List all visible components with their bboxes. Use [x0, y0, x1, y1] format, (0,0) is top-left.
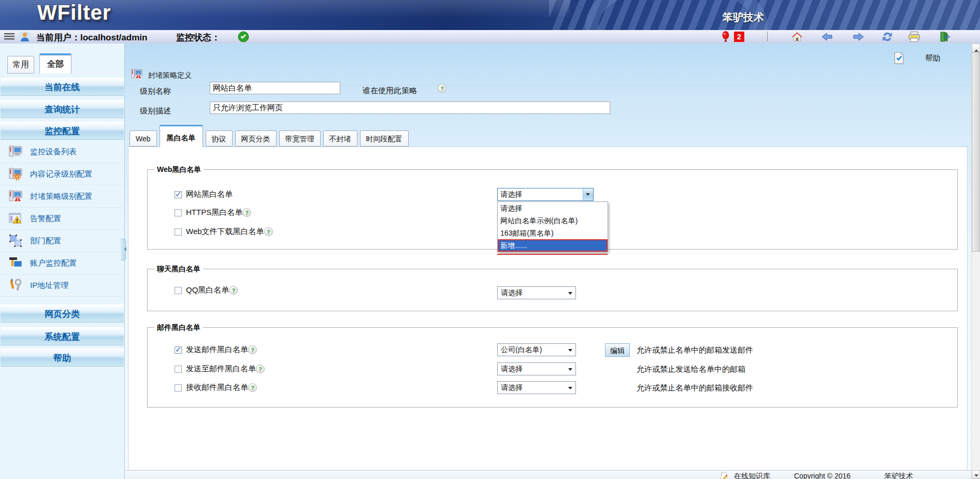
- sidebar-item-content-record-level[interactable]: 内容记录级别配置: [0, 163, 124, 185]
- copyright-text: Copyright © 2016: [794, 472, 851, 479]
- forward-arrow-icon[interactable]: [852, 31, 864, 43]
- red-pin-icon[interactable]: [719, 31, 732, 43]
- add-new-red-underline: [497, 254, 608, 255]
- sidebar-item-ip-address-manage[interactable]: IP地址管理: [0, 274, 124, 297]
- toolbar: 当前用户：localhost/admin 监控状态： 2: [0, 30, 980, 44]
- receive-mail-list-dropdown-value: 请选择: [501, 383, 523, 393]
- footer-brand-link[interactable]: 笨驴技术: [884, 472, 913, 479]
- receive-mail-help-icon[interactable]: ?: [248, 383, 257, 392]
- tab-protocol[interactable]: 协议: [206, 130, 233, 147]
- send-mail-list-dropdown[interactable]: 公司(白名单): [497, 343, 576, 356]
- level-desc-label: 级别描述: [140, 106, 171, 116]
- scrollbar-thumb[interactable]: [972, 52, 980, 252]
- qq-list-dropdown[interactable]: 请选择: [497, 286, 576, 299]
- alert-count-badge[interactable]: 2: [734, 32, 744, 42]
- who-uses-help-icon[interactable]: ?: [438, 84, 446, 93]
- knowledge-base-link[interactable]: 在线知识库: [734, 472, 770, 479]
- hammer-flag-icon: [8, 256, 23, 270]
- qq-blackwhite-checkbox[interactable]: [175, 287, 182, 294]
- dropdown-option[interactable]: 请选择: [498, 202, 608, 214]
- sidebar-group-query[interactable]: 查询统计: [1, 100, 124, 118]
- send-to-mail-help-icon[interactable]: ?: [256, 365, 265, 373]
- monitor-status-label: 监控状态：: [176, 32, 220, 43]
- edit-button[interactable]: 编辑: [605, 343, 630, 357]
- webfile-blackwhite-checkbox[interactable]: [175, 228, 182, 236]
- sidebar-item-label: 部门配置: [30, 236, 61, 246]
- sidebar-group-monitor[interactable]: 监控配置: [1, 122, 124, 140]
- wfilter-app: WFilter 笨驴技术 当前用户：localhost/admin 监控状态： …: [0, 0, 980, 479]
- sidebar-item-department-config[interactable]: 部门配置: [0, 230, 124, 252]
- tools-icon: [8, 278, 23, 293]
- page-check-icon[interactable]: [892, 51, 905, 65]
- sidebar-item-alarm-config[interactable]: 告警配置: [0, 208, 124, 230]
- website-list-dropdown-list: 请选择 网站白名单示例(白名单) 163邮箱(黑名单) 新增......: [497, 201, 608, 252]
- qq-blackwhite-row: QQ黑白名单 ?: [175, 285, 238, 295]
- scroll-up-arrow[interactable]: [972, 43, 980, 52]
- sidebar-item-label: 告警配置: [30, 214, 61, 224]
- send-to-mail-row: 发送至邮件黑白名单 ?: [175, 364, 265, 374]
- wfilter-logo: WFilter: [37, 1, 111, 24]
- send-to-mail-checkbox[interactable]: [175, 366, 182, 373]
- who-uses-policy-label: 谁在使用此策略: [363, 86, 417, 96]
- dropdown-option-add-new[interactable]: 新增......: [498, 239, 608, 252]
- dropdown-option[interactable]: 163邮箱(黑名单): [498, 227, 608, 239]
- website-blackwhite-row: 网站黑白名单: [175, 190, 233, 199]
- sidebar-item-block-policy-level[interactable]: 封堵策略级别配置: [0, 185, 124, 208]
- refresh-icon[interactable]: [881, 31, 893, 43]
- webfile-blackwhite-label: Web文件下载黑白名单: [186, 227, 264, 237]
- department-squares-icon: [8, 234, 23, 248]
- tab-blackwhite-list[interactable]: 黑白名单: [160, 125, 203, 147]
- back-arrow-icon[interactable]: [821, 31, 833, 43]
- sidebar-group-system-config[interactable]: 系统配置: [1, 327, 124, 345]
- vertical-scrollbar[interactable]: [971, 43, 980, 479]
- https-blackwhite-checkbox[interactable]: [175, 209, 182, 216]
- https-help-icon[interactable]: ?: [242, 208, 251, 217]
- tab-bandwidth[interactable]: 带宽管理: [279, 130, 321, 147]
- monitor-gear-icon: [8, 167, 23, 181]
- send-mail-label: 发送邮件黑白名单: [186, 345, 248, 355]
- send-mail-desc: 允许或禁止名单中的邮箱发送邮件: [637, 345, 753, 355]
- level-name-label: 级别名称: [140, 86, 171, 96]
- window-warning-icon: [8, 211, 23, 226]
- sidebar-tab-all[interactable]: 全部: [39, 53, 71, 74]
- help-link[interactable]: 帮助: [925, 53, 941, 63]
- hamburger-icon[interactable]: [4, 31, 16, 43]
- footer-bar: 在线知识库 Copyright © 2016 笨驴技术: [125, 470, 971, 479]
- sidebar-group-help[interactable]: 帮助: [1, 349, 124, 367]
- printer-icon[interactable]: [908, 31, 920, 43]
- scroll-down-arrow[interactable]: [972, 470, 980, 479]
- receive-mail-list-dropdown[interactable]: 请选择: [497, 381, 576, 394]
- tab-web[interactable]: Web: [129, 130, 157, 147]
- dropdown-arrow-button[interactable]: [583, 188, 593, 200]
- send-to-mail-list-dropdown[interactable]: 请选择: [497, 362, 576, 375]
- sidebar-group-online[interactable]: 当前在线: [1, 78, 124, 96]
- mail-blackwhite-legend: 邮件黑白名单: [154, 323, 203, 332]
- receive-mail-desc: 允许或禁止名单中的邮箱接收邮件: [637, 383, 753, 393]
- exit-icon[interactable]: [939, 31, 951, 43]
- receive-mail-checkbox[interactable]: [175, 384, 182, 391]
- send-mail-checkbox[interactable]: [175, 346, 182, 354]
- dropdown-option[interactable]: 网站白名单示例(白名单): [498, 214, 608, 227]
- sidebar-item-device-list[interactable]: 监控设备列表: [0, 141, 124, 163]
- tab-time-range[interactable]: 时间段配置: [360, 130, 409, 147]
- website-list-dropdown-value: 请选择: [500, 190, 522, 199]
- webfile-help-icon[interactable]: ?: [264, 227, 273, 236]
- sidebar-tab-common[interactable]: 常用: [7, 56, 34, 74]
- sidebar-item-label: 监控设备列表: [30, 147, 77, 157]
- website-list-dropdown[interactable]: 请选择: [497, 188, 594, 201]
- sidebar-item-account-monitor-config[interactable]: 账户监控配置: [0, 252, 124, 274]
- sidebar-item-label: 封堵策略级别配置: [30, 192, 92, 201]
- home-icon[interactable]: [791, 31, 803, 43]
- website-blackwhite-checkbox[interactable]: [175, 191, 182, 198]
- qq-help-icon[interactable]: ?: [229, 286, 238, 295]
- level-name-input[interactable]: [210, 82, 340, 94]
- tab-no-block[interactable]: 不封堵: [323, 130, 357, 147]
- website-blackwhite-label: 网站黑白名单: [186, 190, 233, 199]
- send-mail-help-icon[interactable]: ?: [248, 345, 257, 354]
- sidebar-collapse-handle[interactable]: [121, 239, 126, 260]
- sidebar-item-label: IP地址管理: [30, 281, 68, 291]
- tab-web-category[interactable]: 网页分类: [235, 130, 277, 147]
- sidebar-group-web-category[interactable]: 网页分类: [1, 304, 124, 323]
- monitor-alert-icon: [8, 189, 23, 204]
- level-desc-input[interactable]: [210, 101, 610, 114]
